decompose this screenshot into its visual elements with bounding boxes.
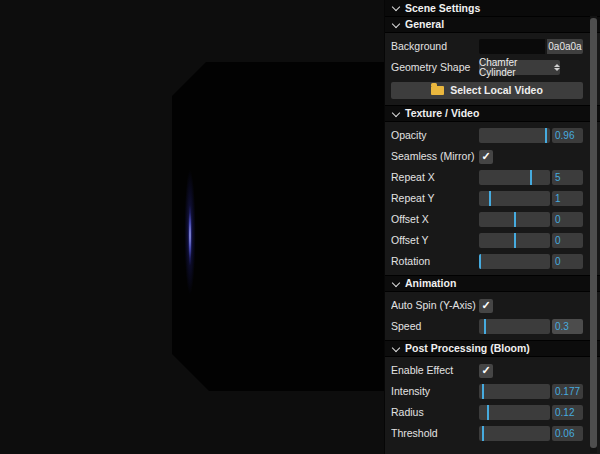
select-local-video-button[interactable]: Select Local Video (391, 82, 583, 99)
control-row-enable-effect: Enable Effect ✓ (385, 360, 600, 381)
folder-general: General Background 0a0a0a Geometry Shape… (385, 16, 600, 105)
slider-marker[interactable] (482, 384, 484, 399)
repeat-y-slider[interactable] (479, 191, 550, 206)
slider-marker[interactable] (514, 212, 516, 227)
folder-content: Enable Effect ✓ Intensity 0.177 (385, 357, 600, 447)
control-label: Repeat Y (391, 193, 479, 204)
widget-area: Chamfer Cylinder (479, 60, 583, 75)
folder-title-general[interactable]: General (385, 16, 600, 33)
check-icon: ✓ (481, 300, 490, 311)
button-label: Select Local Video (450, 84, 543, 96)
control-label: Auto Spin (Y-Axis) (391, 300, 479, 311)
geometry-shape-select[interactable]: Chamfer Cylinder (479, 60, 560, 75)
widget-area: 0 (479, 254, 583, 269)
radius-value-input[interactable]: 0.12 (552, 405, 583, 420)
speed-value-input[interactable]: 0.3 (552, 319, 583, 334)
widget-area: 0 (479, 212, 583, 227)
rotation-slider[interactable] (479, 254, 550, 269)
speed-slider[interactable] (479, 319, 550, 334)
widget-area: 0a0a0a (479, 39, 583, 54)
select-value: Chamfer Cylinder (479, 58, 550, 78)
repeat-x-value-input[interactable]: 5 (552, 170, 583, 185)
control-label: Radius (391, 407, 479, 418)
widget-area: 0.3 (479, 319, 583, 334)
control-row-rotation: Rotation 0 (385, 251, 600, 272)
control-row-geometry-shape: Geometry Shape Chamfer Cylinder (385, 57, 600, 78)
folder-title-label: Texture / Video (405, 108, 479, 119)
seamless-checkbox[interactable]: ✓ (479, 150, 493, 164)
intensity-value-input[interactable]: 0.177 (552, 384, 583, 399)
slider-marker[interactable] (514, 233, 516, 248)
check-icon: ✓ (481, 365, 490, 376)
rotation-value-input[interactable]: 0 (552, 254, 583, 269)
control-row-opacity: Opacity 0.96 (385, 125, 600, 146)
auto-spin-checkbox[interactable]: ✓ (479, 299, 493, 313)
folder-title-post-processing[interactable]: Post Processing (Bloom) (385, 340, 600, 357)
chevron-down-icon (392, 21, 400, 29)
slider-marker[interactable] (479, 254, 481, 269)
folder-animation: Animation Auto Spin (Y-Axis) ✓ Speed (385, 275, 600, 340)
slider-marker[interactable] (530, 170, 532, 185)
control-row-offset-y: Offset Y 0 (385, 230, 600, 251)
control-row-intensity: Intensity 0.177 (385, 381, 600, 402)
slider-marker[interactable] (482, 426, 484, 441)
folder-post-processing: Post Processing (Bloom) Enable Effect ✓ … (385, 340, 600, 447)
widget-area: ✓ (479, 298, 583, 313)
check-icon: ✓ (481, 151, 490, 162)
repeat-y-value-input[interactable]: 1 (552, 191, 583, 206)
scene-settings-panel: Scene Settings General Background 0a0a0a… (384, 0, 600, 454)
opacity-slider[interactable] (479, 128, 550, 143)
folder-content: Background 0a0a0a Geometry Shape Chamfer… (385, 33, 600, 105)
offset-x-slider[interactable] (479, 212, 550, 227)
slider-marker[interactable] (489, 191, 491, 206)
threshold-slider[interactable] (479, 426, 550, 441)
control-row-seamless: Seamless (Mirror) ✓ (385, 146, 600, 167)
control-label: Opacity (391, 130, 479, 141)
offset-y-slider[interactable] (479, 233, 550, 248)
offset-y-value-input[interactable]: 0 (552, 233, 583, 248)
app-window: Scene Settings General Background 0a0a0a… (0, 0, 600, 454)
3d-viewport[interactable] (0, 0, 384, 454)
enable-effect-checkbox[interactable]: ✓ (479, 364, 493, 378)
control-label: Seamless (Mirror) (391, 151, 479, 162)
chevron-down-icon (392, 110, 400, 118)
folder-title-texture-video[interactable]: Texture / Video (385, 105, 600, 122)
control-label: Intensity (391, 386, 479, 397)
slider-marker[interactable] (545, 128, 547, 143)
slider-marker[interactable] (484, 319, 486, 334)
slider-marker[interactable] (487, 405, 489, 420)
control-row-repeat-y: Repeat Y 1 (385, 188, 600, 209)
folder-content: Opacity 0.96 Seamless (Mirror) ✓ (385, 122, 600, 275)
folder-title-animation[interactable]: Animation (385, 275, 600, 292)
widget-area: 0.177 (479, 384, 583, 399)
control-row-speed: Speed 0.3 (385, 316, 600, 337)
chevron-down-icon (392, 280, 400, 288)
repeat-x-slider[interactable] (479, 170, 550, 185)
widget-area: 5 (479, 170, 583, 185)
control-row-offset-x: Offset X 0 (385, 209, 600, 230)
control-row-threshold: Threshold 0.06 (385, 423, 600, 444)
scrollbar-thumb[interactable] (590, 18, 597, 448)
chevron-down-icon (392, 345, 400, 353)
offset-x-value-input[interactable]: 0 (552, 212, 583, 227)
folder-title-label: General (405, 19, 444, 30)
widget-area: 0.06 (479, 426, 583, 441)
widget-area: 0.12 (479, 405, 583, 420)
select-arrows-icon (554, 64, 560, 72)
control-label: Speed (391, 321, 479, 332)
panel-scrollbar[interactable] (590, 16, 597, 453)
opacity-value-input[interactable]: 0.96 (552, 128, 583, 143)
control-row-radius: Radius 0.12 (385, 402, 600, 423)
folder-texture-video: Texture / Video Opacity 0.96 Seamless (M… (385, 105, 600, 275)
radius-slider[interactable] (479, 405, 550, 420)
color-swatch[interactable] (479, 39, 545, 54)
panel-title-bar[interactable]: Scene Settings (385, 0, 600, 16)
color-hex-input[interactable]: 0a0a0a (547, 39, 583, 54)
threshold-value-input[interactable]: 0.06 (552, 426, 583, 441)
control-label: Rotation (391, 256, 479, 267)
control-label: Offset Y (391, 235, 479, 246)
control-label: Offset X (391, 214, 479, 225)
control-row-auto-spin: Auto Spin (Y-Axis) ✓ (385, 295, 600, 316)
control-row-repeat-x: Repeat X 5 (385, 167, 600, 188)
intensity-slider[interactable] (479, 384, 550, 399)
